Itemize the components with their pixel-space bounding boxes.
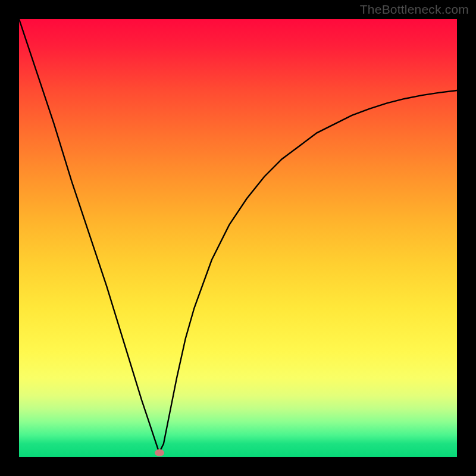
bottleneck-curve	[19, 19, 457, 453]
chart-frame: TheBottleneck.com	[0, 0, 476, 476]
curve-svg	[19, 19, 457, 457]
watermark-text: TheBottleneck.com	[360, 2, 469, 17]
minimum-marker	[155, 449, 164, 456]
plot-area	[19, 19, 457, 457]
